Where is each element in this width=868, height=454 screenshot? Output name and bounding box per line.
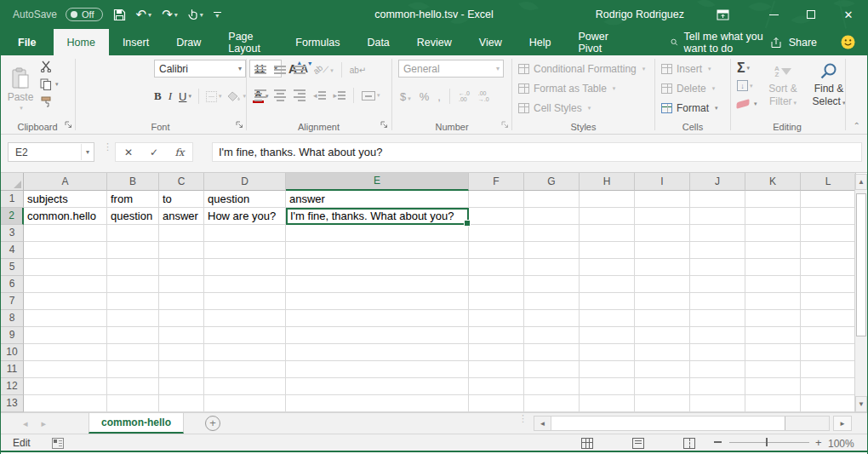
tab-view[interactable]: View [465,29,516,55]
cut-button[interactable] [40,60,59,72]
sort-filter-button[interactable]: AZ Sort &Filter▾ [761,60,805,109]
cell-A1[interactable]: subjects [24,191,107,208]
row-header-12[interactable]: 12 [1,378,24,395]
cell-I5[interactable] [635,259,690,276]
cell-C4[interactable] [159,242,204,259]
column-header-L[interactable]: L [801,173,856,191]
cell-D13[interactable] [204,395,286,412]
cell-A10[interactable] [24,344,107,361]
borders-button[interactable]: ▾ [206,91,222,102]
cell-J9[interactable] [690,327,745,344]
paste-button[interactable]: Paste ▾ [4,59,37,120]
cell-F1[interactable] [469,191,524,208]
page-layout-view-button[interactable] [632,438,644,449]
cell-E4[interactable] [286,242,469,259]
ribbon-display-options-button[interactable] [717,9,729,20]
cell-G5[interactable] [524,259,580,276]
cell-L3[interactable] [801,225,856,242]
increase-indent-button[interactable]: ▸ [334,91,346,100]
cell-D10[interactable] [204,344,286,361]
cell-B12[interactable] [107,378,159,395]
cell-F9[interactable] [469,327,524,344]
percent-format-button[interactable]: % [420,90,430,103]
column-header-K[interactable]: K [745,173,801,191]
number-dialog-launcher[interactable] [501,119,509,131]
cell-L1[interactable] [801,191,856,208]
cell-C13[interactable] [159,395,204,412]
fill-color-button[interactable]: ▾ [228,91,246,102]
increase-decimal-button[interactable]: ←.0.00 [459,90,470,102]
clipboard-dialog-launcher[interactable] [65,119,72,131]
cell-F3[interactable] [469,225,524,242]
cell-J8[interactable] [690,310,745,327]
cell-E3[interactable] [286,225,469,242]
cell-K4[interactable] [745,242,801,259]
redo-dropdown-icon[interactable]: ▾ [174,11,178,19]
cell-H2[interactable] [580,208,635,225]
cell-A6[interactable] [24,276,107,293]
cell-D2[interactable]: How are you? [204,208,286,225]
cell-C9[interactable] [159,327,204,344]
cell-B7[interactable] [107,293,159,310]
format-painter-button[interactable] [40,96,59,108]
redo-button[interactable]: ↷▾ [162,7,178,22]
italic-button[interactable]: I [168,89,172,103]
tab-file[interactable]: File [1,29,54,55]
cell-H11[interactable] [580,361,635,378]
zoom-slider-track[interactable] [729,442,809,443]
row-header-4[interactable]: 4 [1,242,24,259]
touch-mode-dropdown-icon[interactable]: ▾ [200,11,203,19]
cell-G8[interactable] [524,310,580,327]
column-header-F[interactable]: F [469,173,524,191]
cell-C8[interactable] [159,310,204,327]
cell-L2[interactable] [801,208,856,225]
share-button[interactable]: Share [770,29,817,55]
cell-E11[interactable] [286,361,469,378]
cell-I13[interactable] [635,395,690,412]
new-sheet-button[interactable]: + [205,416,220,431]
cell-I11[interactable] [635,361,690,378]
user-name[interactable]: Rodrigo Rodriguez [596,9,684,20]
column-header-I[interactable]: I [635,173,690,191]
cell-L8[interactable] [801,310,856,327]
cell-styles-button[interactable]: Cell Styles▾ [513,98,654,118]
name-box-dropdown-icon[interactable]: ▾ [81,144,94,160]
cell-E1[interactable]: answer [286,191,469,208]
cell-K7[interactable] [745,293,801,310]
cell-B1[interactable]: from [107,191,159,208]
cell-G10[interactable] [524,344,580,361]
cell-D4[interactable] [204,242,286,259]
tab-data[interactable]: Data [353,29,403,55]
cell-I3[interactable] [635,225,690,242]
tab-home[interactable]: Home [54,29,109,55]
cell-H13[interactable] [580,395,635,412]
vertical-scroll-thumb[interactable] [856,193,866,336]
feedback-button[interactable] [841,29,855,55]
cell-G9[interactable] [524,327,580,344]
underline-dropdown-icon[interactable]: ▾ [188,93,191,100]
cell-B13[interactable] [107,395,159,412]
row-header-7[interactable]: 7 [1,293,24,310]
cell-J2[interactable] [690,208,745,225]
alignment-dialog-launcher[interactable] [380,119,388,131]
align-center-button[interactable] [274,89,286,101]
autosum-button[interactable]: Σ▾ [737,60,757,75]
cell-F7[interactable] [469,293,524,310]
scroll-left-arrow-icon[interactable]: ◄ [534,417,551,430]
cell-F13[interactable] [469,395,524,412]
cell-B8[interactable] [107,310,159,327]
cell-L13[interactable] [801,395,856,412]
tab-formulas[interactable]: Formulas [282,29,353,55]
minimize-button[interactable] [755,0,792,29]
cell-B6[interactable] [107,276,159,293]
cell-D11[interactable] [204,361,286,378]
tab-review[interactable]: Review [403,29,465,55]
collapse-ribbon-button[interactable]: ⌃ [854,121,860,130]
cell-K3[interactable] [745,225,801,242]
cell-F6[interactable] [469,276,524,293]
align-right-button[interactable] [294,89,306,101]
vertical-scrollbar[interactable]: ▲ ▼ [854,174,867,412]
cell-K12[interactable] [745,378,801,395]
save-button[interactable] [113,9,126,21]
orientation-button[interactable]: ab⟋▾ [313,65,334,75]
